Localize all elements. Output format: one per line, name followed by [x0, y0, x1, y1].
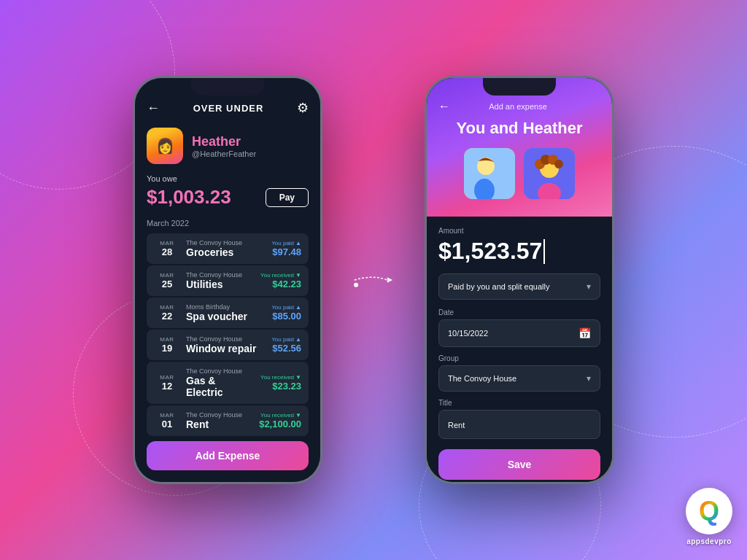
title-value: Rent: [448, 421, 465, 429]
ph2-body: Amount $1,523.57 Paid by you and split e…: [427, 217, 612, 482]
avatar: 👩: [147, 128, 183, 164]
expense-amount-col: You paid ▲ $52.56: [271, 336, 301, 354]
phone-2: ← Add an expense You and Heather: [425, 76, 614, 484]
expense-info: The Convoy House Utilities: [186, 271, 255, 290]
logo-name: appsdevpro: [686, 537, 732, 545]
svg-point-1: [354, 283, 358, 287]
svg-point-10: [554, 160, 563, 168]
expense-amount-col: You paid ▲ $85.00: [271, 304, 301, 322]
split-method-dropdown[interactable]: Paid by you and split equally ▾: [438, 273, 600, 300]
owe-label: You owe: [147, 174, 309, 183]
avatar-image: 👩: [147, 128, 183, 164]
expense-row[interactable]: MAR 22 Moms Birthday Spa voucher You pai…: [147, 298, 309, 328]
expense-date: MAR 25: [154, 272, 180, 289]
arrow-connector: [352, 269, 395, 291]
avatar2-svg: [524, 148, 575, 199]
phone-1: ← OVER UNDER ⚙ 👩 Heather @HeatherFeather…: [133, 76, 322, 484]
chevron-down-icon: ▾: [587, 281, 591, 292]
arrow-icon: [352, 269, 395, 291]
phone1-notch: [191, 78, 264, 96]
logo-icon: Q: [699, 496, 719, 526]
profile-handle: @HeatherFeather: [192, 149, 256, 158]
expense-amount-col: You paid ▲ $97.48: [271, 240, 301, 257]
back-icon[interactable]: ←: [147, 101, 160, 116]
expense-info: The Convoy House Gas & Electric: [186, 368, 255, 398]
profile-section: 👩 Heather @HeatherFeather: [147, 128, 309, 164]
settings-icon[interactable]: ⚙: [297, 100, 309, 116]
ph2-page-title: Add an expense: [489, 102, 547, 111]
owe-amount: $1,003.23: [147, 186, 231, 209]
calendar-icon: 📅: [578, 327, 591, 339]
group-value: The Convoy House: [448, 374, 516, 383]
expense-list: MAR 28 The Convoy House Groceries You pa…: [147, 233, 309, 436]
owe-amount-row: $1,003.23 Pay: [147, 186, 309, 209]
page-title: OVER UNDER: [193, 103, 264, 114]
expense-row[interactable]: MAR 19 The Convoy House Window repair Yo…: [147, 330, 309, 360]
expense-info: The Convoy House Groceries: [186, 239, 266, 258]
ph2-back-icon[interactable]: ←: [438, 100, 450, 113]
ph2-amount: $1,523.57: [438, 238, 600, 265]
expense-row[interactable]: MAR 01 The Convoy House Rent You receive…: [147, 405, 309, 436]
expense-info: The Convoy House Window repair: [186, 335, 266, 354]
expense-date: MAR 22: [154, 304, 180, 322]
phone2-notch: [483, 78, 556, 96]
date-value: 10/15/2022: [448, 329, 488, 338]
group-dropdown[interactable]: The Convoy House ▾: [438, 365, 600, 392]
phone2-content: ← Add an expense You and Heather: [427, 78, 612, 482]
expense-date: MAR 01: [154, 412, 180, 429]
ph2-avatars: [438, 148, 600, 199]
month-label: March 2022: [147, 219, 309, 228]
ph2-avatar-person1: [464, 148, 515, 199]
profile-name: Heather: [192, 134, 256, 149]
save-button[interactable]: Save: [438, 449, 600, 480]
svg-marker-0: [387, 277, 393, 283]
expense-amount-col: You received ▼ $2,100.00: [259, 412, 301, 429]
add-expense-button[interactable]: Add Expense: [147, 441, 309, 470]
expense-info: The Convoy House Rent: [186, 411, 253, 430]
expense-date: MAR 28: [154, 240, 180, 257]
date-label: Date: [438, 308, 600, 316]
profile-info: Heather @HeatherFeather: [192, 134, 256, 158]
expense-info: Moms Birthday Spa voucher: [186, 303, 266, 322]
cursor: [543, 239, 545, 264]
expense-amount-col: You received ▼ $42.23: [260, 272, 301, 289]
avatar1-svg: [464, 148, 515, 199]
ph2-you-and: You and Heather: [438, 119, 600, 138]
expense-row[interactable]: MAR 12 The Convoy House Gas & Electric Y…: [147, 362, 309, 404]
group-chevron-icon: ▾: [587, 373, 591, 384]
title-input[interactable]: Rent: [438, 410, 600, 439]
ph2-header: ← Add an expense You and Heather: [427, 78, 612, 217]
split-method-text: Paid by you and split equally: [448, 282, 549, 291]
ph2-avatar-person2: [524, 148, 575, 199]
pay-button[interactable]: Pay: [266, 188, 309, 207]
logo-circle: Q: [686, 488, 732, 534]
ph2-header-top: ← Add an expense: [438, 100, 600, 113]
phone1-content: ← OVER UNDER ⚙ 👩 Heather @HeatherFeather…: [135, 78, 320, 482]
expense-row[interactable]: MAR 25 The Convoy House Utilities You re…: [147, 265, 309, 296]
phones-container: ← OVER UNDER ⚙ 👩 Heather @HeatherFeather…: [133, 76, 614, 484]
title-label: Title: [438, 399, 600, 407]
expense-date: MAR 12: [154, 374, 180, 392]
ph2-amount-label: Amount: [438, 227, 600, 235]
expense-row[interactable]: MAR 28 The Convoy House Groceries You pa…: [147, 233, 309, 264]
expense-amount-col: You received ▼ $23.23: [260, 374, 301, 392]
logo-area: Q appsdevpro: [686, 488, 732, 545]
phone1-header: ← OVER UNDER ⚙: [147, 100, 309, 116]
group-label: Group: [438, 354, 600, 362]
expense-date: MAR 19: [154, 336, 180, 354]
date-field[interactable]: 10/15/2022 📅: [438, 319, 600, 347]
